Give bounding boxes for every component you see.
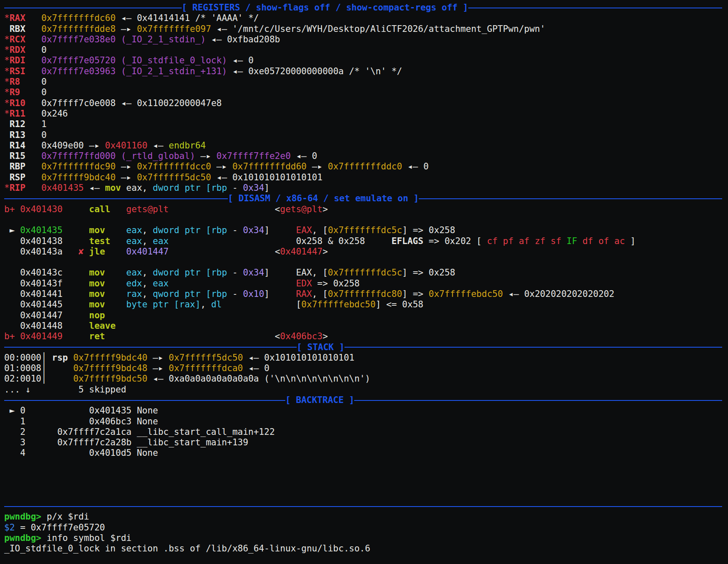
register-row-rdx: *RDX 0 <box>4 45 722 55</box>
disasm-row-mov3: 0x40143f mov edx, eax EDX => 0x258 <box>4 278 722 289</box>
register-row-r13: R13 0 <box>4 130 722 140</box>
section-title: [ DISASM / x86-64 / set emulate on ] <box>228 193 419 204</box>
disasm-row-ret: b+ 0x401449 ret <0x406bc3> <box>4 331 722 342</box>
disasm-row-mov5: 0x401445 mov byte ptr [rax], dl [0x7ffff… <box>4 299 722 310</box>
section-rule-left <box>4 198 228 199</box>
backtrace-row-4: 4 0x4010d5 None <box>4 448 722 458</box>
register-row-rdi: *RDI 0x7ffff7e05720 (_IO_stdfile_0_lock)… <box>4 55 722 66</box>
register-row-rip: *RIP 0x401435 ◂— mov eax, dword ptr [rbp… <box>4 183 722 193</box>
section-title: [ REGISTERS / show-flags off / show-comp… <box>182 3 468 13</box>
prompt-output-2: _IO_stdfile_0_lock in section .bss of /l… <box>4 543 722 554</box>
blank-line <box>4 459 722 469</box>
prompt-line-2: pwndbg> info symbol $rdi <box>4 533 722 543</box>
disasm-row-leave: 0x401448 leave <box>4 321 722 331</box>
blank-line <box>4 469 722 480</box>
backtrace-header: [ BACKTRACE ] <box>4 395 722 405</box>
register-row-r9: *R9 0 <box>4 87 722 98</box>
stack-row-0: 00:0000│ rsp 0x7fffff9bdc40 —▸ 0x7ffffff… <box>4 353 722 363</box>
terminal-output[interactable]: [ REGISTERS / show-flags off / show-comp… <box>4 3 722 554</box>
section-rule-right <box>419 198 722 199</box>
separator-rule <box>4 501 722 512</box>
blank-line <box>4 257 722 268</box>
register-row-r15: R15 0x7ffff7ffd000 (_rtld_global) —▸ 0x7… <box>4 151 722 161</box>
backtrace-row-1: 1 0x406bc3 None <box>4 416 722 427</box>
disasm-row-mov2: 0x40143c mov eax, dword ptr [rbp - 0x34]… <box>4 268 722 278</box>
stack-row-1: 01:0008│ 0x7fffff9bdc48 —▸ 0x7fffffffdca… <box>4 363 722 374</box>
disasm-row-nop: 0x401447 nop <box>4 310 722 321</box>
register-row-r10: *R10 0x7ffff7c0e008 ◂— 0x110022000047e8 <box>4 98 722 109</box>
disasm-row-test: 0x401438 test eax, eax 0x258 & 0x258 EFL… <box>4 236 722 247</box>
section-rule-left <box>4 347 297 348</box>
disasm-row-jle: 0x40143a ✘ jle 0x401447 <0x401447> <box>4 247 722 257</box>
registers-header: [ REGISTERS / show-flags off / show-comp… <box>4 3 722 13</box>
blank-line <box>4 215 722 225</box>
register-row-r14: R14 0x409e00 —▸ 0x401160 ◂— endbr64 <box>4 140 722 151</box>
prompt-line-1: pwndbg> p/x $rdi <box>4 512 722 522</box>
section-rule-right <box>354 400 722 401</box>
stack-row-2: 02:0010│ 0x7fffff9bdc50 ◂— 0xa0a0a0a0a0a… <box>4 374 722 384</box>
register-row-r8: *R8 0 <box>4 77 722 87</box>
register-row-rsp: RSP 0x7fffff9bdc40 —▸ 0x7ffffff5dc50 ◂— … <box>4 172 722 183</box>
pwndbg-terminal[interactable]: { "app": "pwndbg terminal", "colors": { … <box>0 0 728 564</box>
horizontal-rule <box>4 506 722 507</box>
section-title: [ BACKTRACE ] <box>285 395 354 405</box>
disasm-row-mov4: 0x401441 mov rax, qword ptr [rbp - 0x10]… <box>4 289 722 299</box>
section-title: [ STACK ] <box>297 342 344 353</box>
disasm-row-mov-current: ► 0x401435 mov eax, dword ptr [rbp - 0x3… <box>4 225 722 236</box>
stack-header: [ STACK ] <box>4 342 722 353</box>
register-row-rsi: *RSI 0x7ffff7e03963 (_IO_2_1_stdin_+131)… <box>4 66 722 77</box>
register-row-rbx: RBX 0x7fffffffdde8 —▸ 0x7fffffffe097 ◂— … <box>4 24 722 34</box>
register-row-r12: R12 1 <box>4 119 722 130</box>
backtrace-row-3: 3 0x7ffff7c2a28b __libc_start_main+139 <box>4 437 722 448</box>
stack-row-skipped: ... ↓ 5 skipped <box>4 385 722 395</box>
section-rule-left <box>4 400 285 401</box>
section-rule-right <box>344 347 722 348</box>
section-rule-left <box>4 8 182 8</box>
disasm-header: [ DISASM / x86-64 / set emulate on ] <box>4 193 722 204</box>
register-row-rcx: *RCX 0x7ffff7e038e0 (_IO_2_1_stdin_) ◂— … <box>4 34 722 45</box>
section-rule-right <box>468 8 722 8</box>
blank-line <box>4 480 722 490</box>
backtrace-row-2: 2 0x7ffff7c2a1ca __libc_start_call_main+… <box>4 427 722 437</box>
register-row-rbp: RBP 0x7fffffffdc90 —▸ 0x7fffffffdcc0 —▸ … <box>4 161 722 172</box>
disasm-row-call: b+ 0x401430 call gets@plt <gets@plt> <box>4 204 722 215</box>
register-row-r11: *R11 0x246 <box>4 109 722 119</box>
prompt-output-1: $2 = 0x7ffff7e05720 <box>4 522 722 533</box>
blank-line <box>4 491 722 501</box>
backtrace-row-0: ► 0 0x401435 None <box>4 405 722 416</box>
register-row-rax: *RAX 0x7fffffffdc60 ◂— 0x41414141 /* 'AA… <box>4 13 722 23</box>
